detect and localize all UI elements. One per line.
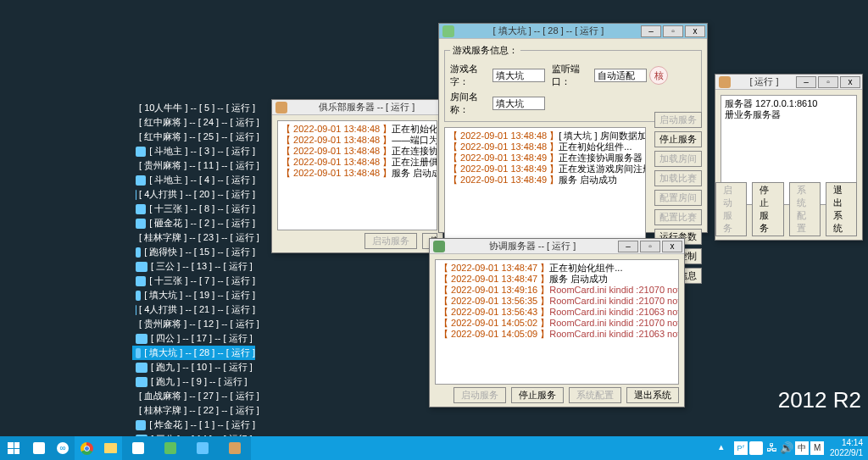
task-list-item[interactable]: [ 红中麻将 ] -- [ 25 ] -- [ 运行 ] bbox=[132, 130, 255, 144]
start-service-button[interactable]: 启动服务 bbox=[364, 233, 417, 249]
config-room-button[interactable]: 配置房间 bbox=[654, 190, 702, 206]
close-button[interactable]: x bbox=[685, 25, 705, 37]
task-label: [ 红中麻将 ] -- [ 24 ] -- [ 运行 ] bbox=[139, 116, 259, 129]
log-line: 【 2022-09-01 13:48:48 】正在连接协调服务器 [ 127. bbox=[281, 146, 433, 157]
task-label: [ 跑九 ] -- [ 9 ] -- [ 运行 ] bbox=[151, 375, 248, 388]
task-label: [ 十三张 ] -- [ 8 ] -- [ 运行 ] bbox=[149, 202, 255, 215]
task-list-item[interactable]: [ 填大坑 ] -- [ 19 ] -- [ 运行 ] bbox=[132, 288, 255, 302]
load-match-button[interactable]: 加载比赛 bbox=[654, 170, 702, 186]
chrome-icon[interactable] bbox=[75, 436, 98, 460]
tray-flag-icon[interactable] bbox=[749, 441, 763, 455]
task-icon bbox=[136, 334, 147, 344]
task-label: [ 四公 ] -- [ 17 ] -- [ 运行 ] bbox=[151, 332, 253, 345]
task-list-item[interactable]: [ 贵州麻将 ] -- [ 11 ] -- [ 运行 ] bbox=[132, 158, 255, 173]
clock[interactable]: 14:14 2022/9/1 bbox=[825, 438, 868, 458]
task-icon bbox=[136, 219, 146, 229]
minimize-button[interactable]: – bbox=[641, 25, 661, 37]
task-list-item[interactable]: [ 4人打拱 ] -- [ 20 ] -- [ 运行 ] bbox=[132, 187, 255, 202]
clock-time: 14:14 bbox=[830, 438, 863, 448]
task-list-item[interactable]: [ 斗地主 ] -- [ 4 ] -- [ 运行 ] bbox=[132, 173, 255, 187]
task-icon bbox=[136, 175, 146, 186]
ime-mode-icon[interactable]: M bbox=[810, 441, 824, 455]
service-window-partial: [ 运行 ] – ▫ x 服务器 127.0.0.1:8610册业务服务器 启动… bbox=[715, 74, 863, 241]
task-list-item[interactable]: [ 跑九 ] -- [ 9 ] -- [ 运行 ] bbox=[132, 374, 255, 389]
ime-language-icon[interactable]: 中 bbox=[795, 441, 809, 455]
minimize-button[interactable]: – bbox=[618, 241, 638, 252]
start-service-button[interactable]: 启动服务 bbox=[715, 182, 747, 236]
system-config-button[interactable]: 系统配置 bbox=[789, 182, 821, 236]
config-match-button[interactable]: 配置比赛 bbox=[654, 209, 702, 225]
task-list-item[interactable]: [ 贵州麻将 ] -- [ 12 ] -- [ 运行 ] bbox=[132, 317, 255, 331]
exit-system-button[interactable]: 退出系统 bbox=[626, 387, 679, 403]
task-list-item[interactable]: [ 红中麻将 ] -- [ 24 ] -- [ 运行 ] bbox=[132, 115, 255, 130]
app-icon bbox=[433, 241, 445, 252]
sync-app-icon[interactable]: ∞ bbox=[51, 436, 75, 460]
task-list-item[interactable]: [ 血战麻将 ] -- [ 27 ] -- [ 运行 ] bbox=[132, 389, 255, 403]
task-group-1[interactable] bbox=[122, 436, 154, 460]
tray-expand-icon[interactable]: ▴ bbox=[719, 441, 732, 455]
app-icon bbox=[719, 76, 731, 88]
task-list-item[interactable]: [ 炸金花 ] -- [ 1 ] -- [ 运行 ] bbox=[132, 418, 255, 432]
log-line: 【 2022-09-01 13:48:48 】服务 启动成功 bbox=[281, 168, 433, 179]
task-list-item[interactable]: [ 三公 ] -- [ 13 ] -- [ 运行 ] bbox=[132, 259, 255, 274]
log-line: 【 2022-09-01 13:48:48 】正在初始化组件... bbox=[448, 141, 642, 152]
explorer-icon[interactable] bbox=[98, 436, 122, 460]
app-icon bbox=[275, 102, 287, 114]
task-list-item[interactable]: [ 跑九 ] -- [ 10 ] -- [ 运行 ] bbox=[132, 360, 255, 374]
server-manager-icon[interactable] bbox=[27, 436, 51, 460]
start-service-button[interactable]: 启动服务 bbox=[654, 112, 702, 128]
room-name-field bbox=[492, 97, 545, 110]
coordinator-window: 协调服务器 -- [ 运行 ] – ▫ x 【 2022-09-01 13:48… bbox=[429, 238, 685, 407]
task-label: [ 砸金花 ] -- [ 2 ] -- [ 运行 ] bbox=[149, 217, 255, 230]
task-list: [ 10人牛牛 ] -- [ 5 ] -- [ 运行 ][ 红中麻将 ] -- … bbox=[132, 101, 255, 460]
exit-system-button[interactable]: 退出系统 bbox=[826, 182, 857, 236]
log-line: 【 2022-09-01 13:48:49 】正在发送游戏房间注册信息... bbox=[448, 163, 642, 175]
window-controls: – ▫ x bbox=[794, 76, 860, 88]
task-list-item[interactable]: [ 十三张 ] -- [ 7 ] -- [ 运行 ] bbox=[132, 274, 255, 288]
task-list-item[interactable]: [ 跑得快 ] -- [ 15 ] -- [ 运行 ] bbox=[132, 245, 255, 259]
task-list-item[interactable]: [ 砸金花 ] -- [ 2 ] -- [ 运行 ] bbox=[132, 216, 255, 230]
task-list-item[interactable]: [ 四公 ] -- [ 17 ] -- [ 运行 ] bbox=[132, 331, 255, 346]
log-line: 【 2022-09-01 14:05:02 】RoomCard.ini kind… bbox=[439, 318, 675, 329]
task-list-item[interactable]: [ 桂林字牌 ] -- [ 23 ] -- [ 运行 ] bbox=[132, 230, 255, 245]
clock-date: 2022/9/1 bbox=[830, 448, 863, 458]
close-button[interactable]: x bbox=[840, 76, 860, 88]
close-button[interactable]: x bbox=[662, 241, 682, 252]
stop-service-button[interactable]: 停止服务 bbox=[654, 131, 702, 147]
task-list-item[interactable]: [ 斗地主 ] -- [ 3 ] -- [ 运行 ] bbox=[132, 144, 255, 158]
window-title: [ 填大坑 ] -- [ 28 ] -- [ 运行 ] bbox=[458, 25, 639, 37]
maximize-button[interactable]: ▫ bbox=[663, 25, 683, 37]
system-config-button[interactable]: 系统配置 bbox=[569, 387, 621, 403]
tray-volume-icon[interactable]: 🔊 bbox=[780, 441, 793, 455]
task-label: [ 桂林字牌 ] -- [ 22 ] -- [ 运行 ] bbox=[139, 404, 259, 417]
task-list-item[interactable]: [ 桂林字牌 ] -- [ 22 ] -- [ 运行 ] bbox=[132, 403, 255, 418]
task-label: [ 炸金花 ] -- [ 1 ] -- [ 运行 ] bbox=[149, 418, 255, 431]
task-group-4[interactable] bbox=[219, 436, 251, 460]
game-name-field bbox=[492, 69, 545, 82]
maximize-button[interactable]: ▫ bbox=[818, 76, 838, 88]
task-group-2[interactable] bbox=[154, 436, 186, 460]
task-list-item[interactable]: [ 4人打拱 ] -- [ 21 ] -- [ 运行 ] bbox=[132, 302, 255, 317]
load-room-button[interactable]: 加载房间 bbox=[654, 151, 702, 167]
minimize-button[interactable]: – bbox=[796, 76, 816, 88]
windows-logo-icon bbox=[8, 442, 19, 454]
start-service-button[interactable]: 启动服务 bbox=[453, 387, 506, 403]
task-icon bbox=[136, 420, 146, 430]
tray-network-icon[interactable]: 🖧 bbox=[765, 441, 778, 455]
task-list-item[interactable]: [ 10人牛牛 ] -- [ 5 ] -- [ 运行 ] bbox=[132, 101, 255, 115]
port-label: 监听端口： bbox=[552, 63, 594, 88]
log-line: 册业务服务器 bbox=[725, 109, 853, 120]
task-list-item[interactable]: [ 填大坑 ] -- [ 28 ] -- [ 运行 ] bbox=[132, 346, 255, 360]
stop-service-button[interactable]: 停止服务 bbox=[511, 387, 564, 403]
task-label: [ 斗地主 ] -- [ 3 ] -- [ 运行 ] bbox=[149, 145, 255, 158]
maximize-button[interactable]: ▫ bbox=[640, 241, 660, 252]
tray-pf-icon[interactable]: Pᶠ bbox=[734, 441, 748, 455]
log-line: 【 2022-09-01 13:48:49 】正在连接协调服务器 127.0.0… bbox=[448, 152, 642, 163]
window-title: 协调服务器 -- [ 运行 ] bbox=[448, 240, 616, 252]
task-group-3[interactable] bbox=[186, 436, 219, 460]
game-info-fieldset: 游戏服务信息： 游戏名字： 监听端口： 核 房间名称： bbox=[444, 44, 702, 122]
stop-service-button[interactable]: 停止服务 bbox=[752, 182, 783, 236]
task-list-item[interactable]: [ 十三张 ] -- [ 8 ] -- [ 运行 ] bbox=[132, 202, 255, 216]
task-label: [ 斗地主 ] -- [ 4 ] -- [ 运行 ] bbox=[149, 174, 255, 186]
start-button[interactable] bbox=[0, 436, 27, 460]
